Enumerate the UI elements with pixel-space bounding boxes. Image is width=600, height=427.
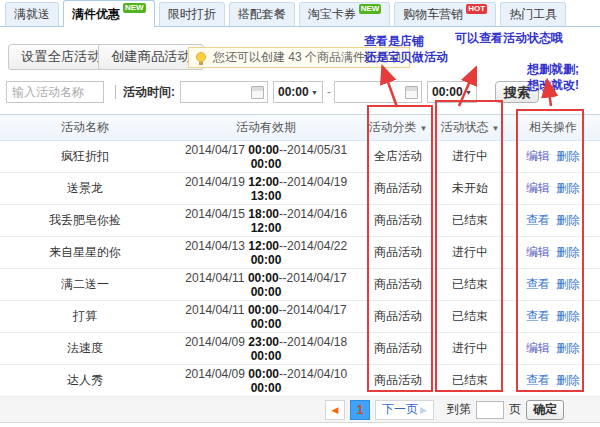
activity-table: 活动名称 活动有效期 活动分类▼ 活动状态▼ 相关操作 疯狂折扣2014/04/… xyxy=(0,114,600,397)
cell-actions: 查看删除 xyxy=(506,276,600,293)
hot-badge: HOT xyxy=(466,4,487,14)
cell-activity-period: 2014/04/09 00:00--2014/04/10 00:00 xyxy=(170,367,362,395)
cell-activity-category: 商品活动 xyxy=(362,308,434,325)
sort-caret-icon[interactable]: ▼ xyxy=(420,124,428,133)
header-label: 活动状态 xyxy=(441,120,489,134)
header-activity-status[interactable]: 活动状态▼ xyxy=(434,119,506,136)
period-end-time: 00:00 xyxy=(251,349,282,363)
annotation-action-note: 想删就删; 想改就改! xyxy=(527,61,579,93)
chevron-down-icon: ▼ xyxy=(311,89,318,96)
table-row: 法速度2014/04/09 23:00--2014/04/18 00:00商品活… xyxy=(0,333,600,365)
edit-link[interactable]: 编辑 xyxy=(526,245,550,259)
tab-item[interactable]: 满就送 xyxy=(5,2,59,26)
period-start-time: 12:00 xyxy=(248,239,279,253)
goto-page-input[interactable] xyxy=(476,401,504,419)
chevron-down-icon: ▼ xyxy=(465,89,472,96)
activity-name-input[interactable] xyxy=(6,81,104,103)
tab-item[interactable]: 热门工具 xyxy=(500,2,566,26)
period-end-time: 13:00 xyxy=(251,189,282,203)
tab-bar: 满就送满件优惠NEW限时打折搭配套餐淘宝卡券NEW购物车营销HOT热门工具 xyxy=(0,0,600,27)
tab-label: 热门工具 xyxy=(509,6,557,23)
filter-bar: 活动时间: 00:00 ▼ - 00:00 ▼ 搜索 xyxy=(0,80,600,104)
period-start-date: 2014/04/15 xyxy=(185,207,248,221)
cell-activity-category: 商品活动 xyxy=(362,372,434,389)
edit-link[interactable]: 编辑 xyxy=(526,149,550,163)
confirm-page-button[interactable]: 确定 xyxy=(526,400,564,420)
cell-activity-period: 2014/04/11 00:00--2014/04/17 00:00 xyxy=(170,303,362,331)
delete-link[interactable]: 删除 xyxy=(556,309,580,323)
cell-activity-period: 2014/04/19 12:00--2014/04/19 13:00 xyxy=(170,175,362,203)
period-start-date: 2014/04/17 xyxy=(185,143,248,157)
period-end-time: 00:00 xyxy=(251,157,282,171)
view-link[interactable]: 查看 xyxy=(526,213,550,227)
next-page-button[interactable]: 下一页▶ xyxy=(375,400,434,420)
tab-item[interactable]: 淘宝卡券NEW xyxy=(299,2,391,26)
cell-activity-status: 未开始 xyxy=(434,180,506,197)
range-separator: - xyxy=(327,85,331,99)
tab-item[interactable]: 搭配套餐 xyxy=(229,2,295,26)
cell-activity-name: 疯狂折扣 xyxy=(0,148,170,165)
period-start-date: 2014/04/13 xyxy=(185,239,248,253)
table-row: 送景龙2014/04/19 12:00--2014/04/19 13:00商品活… xyxy=(0,173,600,205)
new-badge: NEW xyxy=(359,4,382,14)
tab-item[interactable]: 满件优惠NEW xyxy=(63,0,155,27)
cell-activity-period: 2014/04/11 00:00--2014/04/17 00:00 xyxy=(170,271,362,299)
cell-activity-category: 商品活动 xyxy=(362,276,434,293)
cell-activity-status: 已结束 xyxy=(434,308,506,325)
calendar-icon[interactable] xyxy=(251,86,264,99)
tab-label: 淘宝卡券 xyxy=(308,6,356,23)
view-link[interactable]: 查看 xyxy=(526,309,550,323)
delete-link[interactable]: 删除 xyxy=(556,341,580,355)
end-time-select[interactable]: 00:00 ▼ xyxy=(427,81,477,103)
period-start-date: 2014/04/09 xyxy=(185,335,248,349)
header-activity-category[interactable]: 活动分类▼ xyxy=(362,119,434,136)
cell-activity-status: 已结束 xyxy=(434,276,506,293)
view-link[interactable]: 查看 xyxy=(526,373,550,387)
period-start-date: 2014/04/09 xyxy=(185,367,248,381)
next-page-label: 下一页 xyxy=(382,401,418,418)
cell-actions: 编辑删除 xyxy=(506,180,600,197)
cell-activity-status: 进行中 xyxy=(434,244,506,261)
period-end-date: --2014/04/10 xyxy=(279,367,347,381)
period-end-date: --2014/04/17 xyxy=(279,303,347,317)
table-row: 我丢肥皂你捡2014/04/15 18:00--2014/04/16 12:00… xyxy=(0,205,600,237)
time-filter-label: 活动时间: xyxy=(123,84,175,101)
delete-link[interactable]: 删除 xyxy=(556,213,580,227)
header-activity-period: 活动有效期 xyxy=(170,119,362,136)
delete-link[interactable]: 删除 xyxy=(556,245,580,259)
annotation-line: 想删就删; xyxy=(527,61,579,77)
lightbulb-icon xyxy=(196,52,206,62)
tab-item[interactable]: 限时打折 xyxy=(159,2,225,26)
cell-activity-status: 进行中 xyxy=(434,340,506,357)
sort-caret-icon[interactable]: ▼ xyxy=(492,124,500,133)
delete-link[interactable]: 删除 xyxy=(556,277,580,291)
tab-label: 搭配套餐 xyxy=(238,6,286,23)
goto-page-prefix: 到第 xyxy=(447,401,471,418)
tab-item[interactable]: 购物车营销HOT xyxy=(394,2,496,26)
right-arrow-icon: ▶ xyxy=(420,405,427,415)
start-time-select[interactable]: 00:00 ▼ xyxy=(273,81,323,103)
period-end-date: --2014/05/31 xyxy=(279,143,347,157)
tab-label: 购物车营销 xyxy=(403,6,463,23)
period-start-time: 00:00 xyxy=(248,143,279,157)
pagination-bar: ◀ 1 下一页▶ 到第 页 确定 xyxy=(0,397,600,423)
delete-link[interactable]: 删除 xyxy=(556,373,580,387)
period-end-time: 00:00 xyxy=(251,253,282,267)
end-date-input[interactable] xyxy=(334,81,422,103)
delete-link[interactable]: 删除 xyxy=(556,149,580,163)
edit-link[interactable]: 编辑 xyxy=(526,181,550,195)
current-page-indicator[interactable]: 1 xyxy=(350,400,370,420)
start-date-input[interactable] xyxy=(180,81,268,103)
cell-activity-period: 2014/04/09 23:00--2014/04/18 00:00 xyxy=(170,335,362,363)
table-row: 疯狂折扣2014/04/17 00:00--2014/05/31 00:00全店… xyxy=(0,141,600,173)
calendar-icon[interactable] xyxy=(405,86,418,99)
edit-link[interactable]: 编辑 xyxy=(526,341,550,355)
prev-page-button[interactable]: ◀ xyxy=(325,400,345,420)
period-end-date: --2014/04/16 xyxy=(279,207,347,221)
view-link[interactable]: 查看 xyxy=(526,277,550,291)
delete-link[interactable]: 删除 xyxy=(556,181,580,195)
cell-activity-category: 全店活动 xyxy=(362,148,434,165)
header-activity-name: 活动名称 xyxy=(0,119,170,136)
cell-activity-period: 2014/04/17 00:00--2014/05/31 00:00 xyxy=(170,143,362,171)
annotation-category-note: 查看是店铺 还是宝贝做活动 xyxy=(364,33,448,65)
